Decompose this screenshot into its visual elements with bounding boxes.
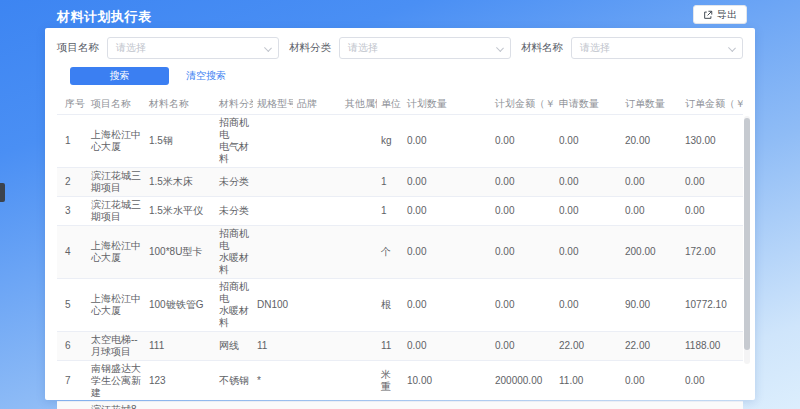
category-filter-group: 材料分类 请选择 [289,37,511,59]
page-title: 材料计划执行表 [57,8,152,26]
table-cell: 个 [377,225,403,278]
table-cell: 米重 [377,360,403,401]
table-cell: 根 [377,401,403,409]
column-header: 材料分类 [215,94,253,114]
table-row: 4上海松江中心大厦100*8U型卡招商机电 水暖材料个0.000.000.002… [57,225,743,278]
category-select[interactable]: 请选择 [339,37,511,59]
table-cell: 0.00 [403,331,491,360]
table-cell [341,278,377,331]
project-select[interactable]: 请选择 [107,37,279,59]
table-cell: 12石膏板 [145,401,215,409]
column-header: 计划金额（￥） [491,94,555,114]
table-cell [253,167,293,196]
column-header: 序号 [57,94,87,114]
table-row: 2滨江花城三期项目1.5米木床未分类10.000.000.000.000.00 [57,167,743,196]
table-cell: 1.00 [555,401,621,409]
table-cell [293,278,341,331]
table-cell [341,114,377,167]
table-cell: 未分类 [215,196,253,225]
table-cell: 1 [377,196,403,225]
table-cell: 0.00 [403,401,491,409]
search-button[interactable]: 搜索 [70,67,169,85]
table-cell: 招商机电 水暖材料 [215,225,253,278]
table-cell [341,360,377,401]
sidebar-collapse-handle[interactable] [0,183,5,202]
table-cell [293,331,341,360]
table-cell: 3 [57,196,87,225]
table-cell: 0.00 [403,114,491,167]
table-cell: 90.00 [621,278,681,331]
table-cell: 11 [253,331,293,360]
filter-row: 项目名称 请选择 材料分类 请选择 材料名称 请选择 [57,37,743,59]
table-cell: 0.00 [491,167,555,196]
table-cell: 网线 [215,331,253,360]
table-row: 3滨江花城三期项目1.5米水平仪未分类10.000.000.000.000.00 [57,196,743,225]
table-row: 1上海松江中心大厦1.5钢招商机电 电气材料kg0.000.000.0020.0… [57,114,743,167]
filter-actions: 搜索 清空搜索 [70,67,743,85]
table-body: 1上海松江中心大厦1.5钢招商机电 电气材料kg0.000.000.0020.0… [57,114,743,409]
page-background: 材料计划执行表 导出 项目名称 请选择 材料分类 [0,0,800,409]
project-filter-label: 项目名称 [57,41,99,55]
table-cell: 0.00 [491,401,555,409]
column-header: 计划数量 [403,94,491,114]
table-cell: 1188.00 [681,331,743,360]
table-cell [341,331,377,360]
table-cell: 1 [377,167,403,196]
table-cell: 0.00 [491,331,555,360]
table-cell: 0.00 [555,225,621,278]
table-cell: 0.00 [403,196,491,225]
table-cell: 0.00 [491,114,555,167]
table-cell: 5 [57,278,87,331]
table-cell: 8 [57,401,87,409]
vertical-scrollbar[interactable] [744,116,750,364]
column-header: 单位 [377,94,403,114]
material-select-placeholder: 请选择 [580,41,610,55]
vertical-scrollbar-thumb[interactable] [744,118,750,350]
table-cell: 7 [57,360,87,401]
material-plan-table: 序号项目名称材料名称材料分类规格型号品牌其他属性单位计划数量计划金额（￥）申请数… [57,94,743,409]
table-cell: 招商机电 水暖材料 [215,278,253,331]
table-cell: 招商机电 电气材料 [215,114,253,167]
table-row: 8滨江花城8期项目-分包12石膏板墙面辅材1220*2440*12龙牌根0.00… [57,401,743,409]
table-cell: 0.00 [621,167,681,196]
table-cell [293,167,341,196]
column-header: 项目名称 [87,94,145,114]
table-cell: 0.00 [491,278,555,331]
chevron-down-icon [496,44,504,52]
column-header: 申请数量 [555,94,621,114]
table-cell: 0.00 [403,278,491,331]
column-header: 其他属性 [341,94,377,114]
table-cell: 1220*2440*12 [253,401,293,409]
clear-search-button[interactable]: 清空搜索 [186,69,226,83]
table-cell: 200000.00 [491,360,555,401]
table-cell: 上海松江中心大厦 [87,278,145,331]
table-cell: 1.5钢 [145,114,215,167]
table-cell: 1 [57,114,87,167]
table-cell: 0.00 [555,278,621,331]
table-cell: 上海松江中心大厦 [87,114,145,167]
category-filter-label: 材料分类 [289,41,331,55]
table-cell: 2 [57,167,87,196]
table-cell: DN100 [253,278,293,331]
table-cell: 0.00 [555,114,621,167]
table-cell [253,114,293,167]
export-button[interactable]: 导出 [693,5,747,24]
table-cell: 0.00 [621,196,681,225]
column-header: 订单数量 [621,94,681,114]
table-cell: 6 [57,331,87,360]
column-header: 规格型号 [253,94,293,114]
material-filter-group: 材料名称 请选择 [521,37,743,59]
table-cell: 滨江花城三期项目 [87,196,145,225]
table-cell [341,196,377,225]
table-cell: 10.00 [403,360,491,401]
table-cell: 100镀铁管G [145,278,215,331]
table-row: 7南钢盛达大学生公寓新建123不锈钢*米重10.00200000.0011.00… [57,360,743,401]
table-row: 6太空电梯--月球项目111网线11110.000.0022.0022.0011… [57,331,743,360]
material-select[interactable]: 请选择 [571,37,743,59]
table-cell [341,401,377,409]
table-cell [253,196,293,225]
table-cell: kg [377,114,403,167]
table-cell: 0.00 [403,225,491,278]
project-select-placeholder: 请选择 [116,41,146,55]
table-cell: 太空电梯--月球项目 [87,331,145,360]
